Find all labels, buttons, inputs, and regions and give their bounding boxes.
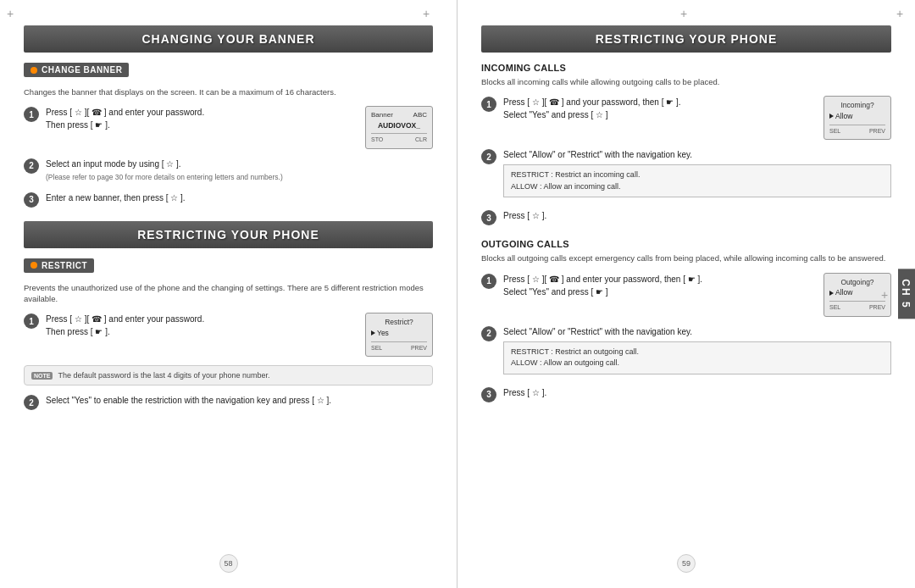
chapter-tab-right: CH 5 — [898, 269, 915, 319]
outgoing-calls-title: OUTGOING CALLS — [481, 239, 891, 249]
page-number-right: 59 — [677, 554, 696, 573]
restrict-step-1-content: Restrict? Yes SEL PREV Press [ ☆ ][ ☎ ] … — [46, 313, 433, 357]
incoming-step-number-2: 2 — [481, 149, 496, 164]
banner-step-2-content: Select an input mode by using [ ☆ ]. (Pl… — [46, 158, 433, 183]
banner-section-header: CHANGING YOUR BANNER — [24, 25, 433, 53]
step-number-2: 2 — [24, 158, 39, 174]
restrict-step-1: 1 Restrict? Yes SEL PREV — [24, 313, 433, 357]
crosshair-top-right: + — [680, 7, 692, 19]
banner-step-2: 2 Select an input mode by using [ ☆ ]. (… — [24, 158, 433, 183]
banner-step-1-content: Banner ABC AUDIOVOX_ STO CLR Press [ ☆ ]… — [46, 106, 433, 148]
outgoing-step-2: 2 Select "Allow" or "Restrict" with the … — [481, 325, 891, 378]
outgoing-step-3-content: Press [ ☆ ]. — [503, 386, 891, 399]
outgoing-step-number-2: 2 — [481, 326, 496, 341]
outgoing-step-2-content: Select "Allow" or "Restrict" with the na… — [503, 325, 891, 378]
outgoing-step-3: 3 Press [ ☆ ]. — [481, 386, 891, 402]
crosshair-center-right: + — [881, 288, 893, 300]
banner-description: Changes the banner that displays on the … — [24, 86, 433, 97]
incoming-calls-title: INCOMING CALLS — [481, 63, 891, 73]
incoming-step-1: 1 Incoming? Allow SEL PREV — [481, 96, 891, 140]
crosshair-tl: + — [7, 7, 19, 19]
right-page: + + CH 5 RESTRICTING YOUR PHONE INCOMING… — [458, 0, 915, 588]
banner-step-3-content: Enter a new banner, then press [ ☆ ]. — [46, 191, 433, 204]
section-restricting: RESTRICTING YOUR PHONE RESTRICT Prevents… — [24, 221, 433, 411]
incoming-step-3-content: Press [ ☆ ]. — [503, 209, 891, 222]
step-number-1: 1 — [24, 107, 39, 122]
outgoing-step-number-1: 1 — [481, 274, 496, 289]
incoming-screen: Incoming? Allow SEL PREV — [824, 96, 891, 140]
restrict-note: NOTE The default password is the last 4 … — [24, 365, 433, 386]
badge-dot — [30, 67, 37, 74]
step-number-3: 3 — [24, 192, 39, 208]
incoming-calls-desc: Blocks all incoming calls while allowing… — [481, 76, 891, 87]
incoming-step-2-content: Select "Allow" or "Restrict" with the na… — [503, 148, 891, 201]
restrict-step-number-1: 1 — [24, 313, 39, 329]
incoming-step-number-3: 3 — [481, 210, 496, 225]
crosshair-tr-right: + — [896, 7, 908, 19]
outgoing-calls-desc: Blocks all outgoing calls except emergen… — [481, 252, 891, 263]
incoming-info-box: RESTRICT : Restrict an incoming call. AL… — [503, 164, 891, 197]
incoming-step-3: 3 Press [ ☆ ]. — [481, 209, 891, 225]
outgoing-calls-section: OUTGOING CALLS Blocks all outgoing calls… — [481, 239, 891, 402]
incoming-step-2: 2 Select "Allow" or "Restrict" with the … — [481, 148, 891, 201]
badge-dot-2 — [30, 262, 37, 269]
restrict-step-2: 2 Select "Yes" to enable the restriction… — [24, 394, 433, 410]
incoming-step-1-content: Incoming? Allow SEL PREV Press [ ☆ ][ ☎ … — [503, 96, 891, 140]
outgoing-step-1-content: Outgoing? Allow SEL PREV Press [ ☆ ][ ☎ … — [503, 273, 891, 317]
restrict-screen: Restrict? Yes SEL PREV — [365, 313, 433, 357]
restrict-step-number-2: 2 — [24, 395, 39, 410]
note-label: NOTE — [31, 372, 53, 380]
incoming-step-number-1: 1 — [481, 97, 496, 112]
change-banner-badge: CHANGE BANNER — [24, 63, 129, 77]
page-number-left: 58 — [219, 554, 238, 573]
right-section-header: RESTRICTING YOUR PHONE — [481, 25, 891, 53]
restrict-badge: RESTRICT — [24, 258, 94, 273]
section-changing-banner: CHANGING YOUR BANNER CHANGE BANNER Chang… — [24, 25, 433, 208]
restrict-section-header: RESTRICTING YOUR PHONE — [24, 221, 433, 248]
crosshair-tr: + — [423, 7, 435, 19]
restrict-description: Prevents the unauthorized use of the pho… — [24, 282, 433, 305]
restrict-step-2-content: Select "Yes" to enable the restriction w… — [46, 394, 433, 407]
banner-step-1: 1 Banner ABC AUDIOVOX_ STO CLR — [24, 106, 433, 148]
outgoing-step-number-3: 3 — [481, 387, 496, 402]
incoming-calls-section: INCOMING CALLS Blocks all incoming calls… — [481, 63, 891, 225]
banner-screen: Banner ABC AUDIOVOX_ STO CLR — [365, 106, 433, 148]
outgoing-info-box: RESTRICT : Restrict an outgoing call. AL… — [503, 341, 891, 374]
left-page: + + CHANGING YOUR BANNER CHANGE BANNER C… — [0, 0, 458, 588]
outgoing-step-1: 1 Outgoing? Allow SEL PREV — [481, 273, 891, 317]
banner-step-3: 3 Enter a new banner, then press [ ☆ ]. — [24, 191, 433, 208]
